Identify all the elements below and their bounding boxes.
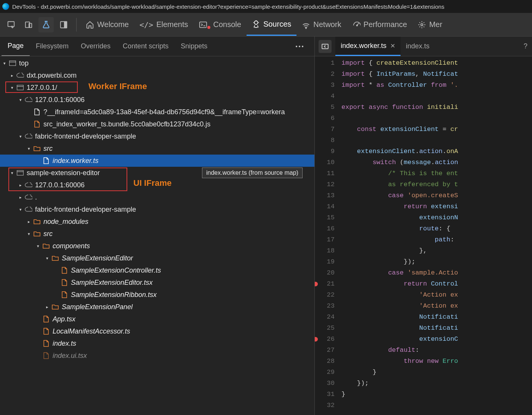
tree-item[interactable]: index.ts (0, 337, 314, 350)
ts-file-icon (60, 290, 69, 299)
folder-icon (42, 242, 50, 250)
tab-label: Console (213, 20, 241, 29)
window-icon (8, 59, 17, 67)
tree-item-selected[interactable]: index.worker.ts (0, 155, 314, 167)
dock-side-icon[interactable] (56, 17, 71, 32)
more-options-icon[interactable] (290, 46, 313, 47)
expand-arrow-icon[interactable] (26, 145, 32, 152)
folder-icon (33, 144, 41, 153)
ts-file-icon (42, 351, 50, 360)
svg-rect-0 (8, 21, 14, 26)
tab-console[interactable]: Console (194, 14, 247, 36)
expand-arrow-icon[interactable] (18, 206, 24, 212)
subtab-overrides[interactable]: Overrides (75, 37, 117, 56)
tree-item[interactable]: 127.0.0.1:60006 (0, 179, 314, 191)
tab-label: Mer (429, 20, 442, 29)
expand-arrow-icon[interactable] (18, 182, 24, 188)
navigate-back-icon[interactable] (319, 40, 332, 53)
svg-rect-16 (322, 44, 328, 49)
file-tree[interactable]: top dxt.powerbi.com 127.0.0.1/ 127.0.0.1… (0, 56, 314, 415)
editor-tab[interactable]: index.ts (401, 37, 435, 56)
tab-elements[interactable]: </> Elements (134, 14, 194, 36)
expand-arrow-icon[interactable] (9, 72, 15, 78)
sourcemap-tooltip: index.worker.ts (from source map) (202, 168, 303, 178)
cloud-icon (24, 132, 33, 140)
tree-item-worker-iframe-root[interactable]: 127.0.0.1/ (0, 81, 314, 94)
line-gutter[interactable]: 1234 5678 9101112 13141516 17181920 2122… (315, 56, 338, 415)
main-area: Page Filesystem Overrides Content script… (0, 37, 532, 415)
tree-item[interactable]: src_index_worker_ts.bundle.5cc0abe0cfb12… (0, 118, 314, 130)
expand-arrow-icon[interactable] (2, 60, 8, 66)
tab-welcome[interactable]: Welcome (80, 14, 134, 36)
editor-tabs: index.worker.ts ✕ index.ts ? (315, 37, 532, 56)
cloud-icon (24, 96, 33, 104)
tree-item[interactable]: components (0, 240, 314, 252)
code-body[interactable]: import { createExtensionClient import { … (338, 56, 532, 415)
tree-item[interactable]: fabric-frontend-developer-sample (0, 203, 314, 215)
expand-arrow-icon[interactable] (9, 85, 15, 91)
editor-overflow-icon[interactable]: ? (519, 42, 532, 50)
tab-memory[interactable]: Mer (412, 14, 447, 36)
svg-rect-4 (64, 21, 67, 28)
subtab-snippets[interactable]: Snippets (175, 37, 213, 56)
tree-item[interactable]: SampleExtensionEditor (0, 252, 314, 264)
ts-file-icon (42, 315, 50, 323)
svg-point-8 (356, 25, 357, 26)
expand-arrow-icon[interactable] (35, 243, 41, 249)
editor-panel: index.worker.ts ✕ index.ts ? 1234 5678 9… (315, 37, 532, 415)
svg-point-7 (306, 28, 306, 29)
window-title: DevTools - dxt.powerbi.com/workloads/sam… (12, 3, 444, 10)
tab-label: Performance (364, 20, 407, 29)
error-badge-icon (207, 25, 211, 30)
tree-item[interactable]: SampleExtensionPanel (0, 301, 314, 313)
edge-browser-icon (2, 3, 9, 10)
tab-label: Elements (156, 20, 188, 29)
window-icon (16, 83, 24, 92)
ts-file-icon (60, 278, 69, 287)
tree-item[interactable]: dxt.powerbi.com (0, 69, 314, 81)
expand-arrow-icon[interactable] (44, 304, 50, 310)
expand-arrow-icon[interactable] (44, 255, 50, 261)
inspect-element-icon[interactable] (3, 17, 19, 32)
svg-point-9 (421, 24, 423, 26)
cloud-icon (24, 181, 33, 189)
folder-icon (51, 303, 59, 311)
subtab-filesystem[interactable]: Filesystem (30, 37, 75, 56)
expand-arrow-icon[interactable] (18, 97, 24, 103)
device-toggle-icon[interactable] (21, 17, 36, 32)
subtab-content-scripts[interactable]: Content scripts (117, 37, 175, 56)
tab-sources[interactable]: Sources (247, 14, 296, 36)
cloud-icon (24, 205, 33, 214)
tree-item[interactable]: ?__iframeId=a5dc0a89-13a8-45ef-b4ad-db67… (0, 106, 314, 118)
tree-item[interactable]: node_modules (0, 215, 314, 228)
tree-item[interactable]: src (0, 228, 314, 240)
folder-icon (33, 230, 41, 238)
expand-arrow-icon[interactable] (18, 133, 24, 139)
tab-performance[interactable]: Performance (347, 14, 413, 36)
svg-rect-5 (199, 22, 206, 27)
tree-item[interactable]: SampleExtensionEditor.tsx (0, 276, 314, 289)
experiments-icon[interactable] (38, 17, 54, 32)
expand-arrow-icon[interactable] (26, 219, 32, 225)
tree-item[interactable]: LocalManifestAccessor.ts (0, 325, 314, 337)
svg-rect-10 (10, 61, 16, 66)
tree-item[interactable]: . (0, 191, 314, 203)
editor-tab-active[interactable]: index.worker.ts ✕ (335, 37, 401, 56)
code-editor[interactable]: 1234 5678 9101112 13141516 17181920 2122… (315, 56, 532, 415)
tree-item[interactable]: SampleExtensionController.ts (0, 264, 314, 276)
subtab-page[interactable]: Page (2, 37, 30, 56)
tree-item[interactable]: App.tsx (0, 313, 314, 325)
tree-item[interactable]: src (0, 142, 314, 155)
tree-item[interactable]: 127.0.0.1:60006 (0, 94, 314, 106)
tree-item[interactable]: SampleExtensionRibbon.tsx (0, 289, 314, 301)
expand-arrow-icon[interactable] (18, 194, 24, 200)
tree-item[interactable]: fabric-frontend-developer-sample (0, 130, 314, 142)
expand-arrow-icon[interactable] (26, 231, 32, 237)
tab-label: Network (313, 20, 341, 29)
expand-arrow-icon[interactable] (9, 170, 15, 176)
close-icon[interactable]: ✕ (390, 42, 395, 49)
svg-rect-14 (17, 171, 24, 176)
tree-item[interactable]: index.ui.tsx (0, 350, 314, 362)
tree-item-top[interactable]: top (0, 57, 314, 69)
tab-network[interactable]: Network (296, 14, 346, 36)
